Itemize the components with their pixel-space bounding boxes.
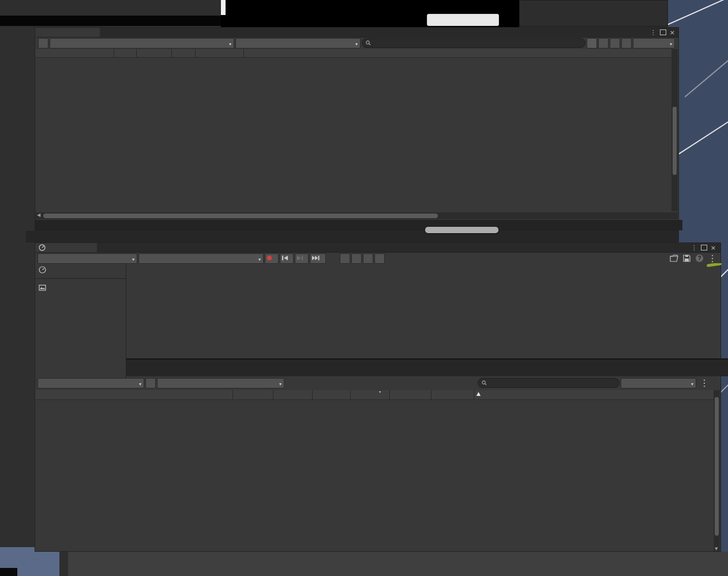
sort-desc-icon: ▾ [379, 390, 381, 394]
window-close-icon[interactable]: × [711, 244, 716, 252]
audio-profiler-panel [519, 0, 668, 27]
bottom-gap [59, 552, 68, 576]
profiler-tabstrip: ⋮ × [35, 243, 721, 253]
tab-android-logcat[interactable] [35, 28, 100, 37]
reconnect-button[interactable] [598, 38, 609, 48]
record-button[interactable] [265, 253, 279, 264]
logcat-tabstrip: ⋮ × [35, 28, 678, 38]
scroll-left-icon[interactable]: ◀ [37, 212, 40, 218]
window-close-icon[interactable]: × [670, 29, 675, 36]
help-icon[interactable]: ? [696, 255, 703, 262]
skip-back-icon [282, 256, 288, 260]
profiler-module-panel [35, 263, 126, 388]
scene-wire-line [721, 380, 728, 393]
logcat-hscrollbar[interactable]: ◀ [35, 212, 678, 219]
logcat-status-bar [35, 220, 682, 230]
logcat-vscroll-thumb[interactable] [673, 107, 677, 175]
android-logcat-window: ⋮ × ▾ ▾ ▾ [35, 27, 679, 231]
skip-forward-icon [297, 256, 303, 260]
profiler-window: ⋮ × ▾ ▾ [35, 242, 721, 552]
rendering-mini-chart[interactable] [126, 358, 728, 376]
window-maximize-icon[interactable] [701, 245, 707, 250]
skip-last-icon [312, 256, 320, 260]
logcat-vscrollbar[interactable] [671, 49, 678, 211]
prev-frame-button[interactable] [280, 253, 294, 264]
window-gap [26, 231, 679, 242]
save-profile-icon[interactable] [683, 255, 691, 262]
scene-view-top-right [668, 0, 728, 27]
window-menu-icon[interactable]: ⋮ [691, 244, 697, 252]
thread-dropdown[interactable]: ▾ [157, 378, 284, 388]
scene-wire-line [668, 0, 728, 26]
hierarchy-table-header[interactable]: ▾ ▲ [35, 390, 715, 400]
window-maximize-icon[interactable] [660, 29, 666, 35]
scene-view-left-strip [0, 27, 35, 552]
obscured-scrollbar-fragment[interactable] [425, 227, 498, 233]
details-dropdown[interactable]: ▾ [621, 378, 696, 388]
hierarchy-search-input[interactable] [478, 378, 620, 388]
hierarchy-rows [35, 399, 715, 551]
record-icon [267, 255, 272, 261]
hierarchy-vscrollbar[interactable]: ▼ [714, 390, 720, 551]
clear-on-play-button[interactable] [351, 253, 362, 264]
cpu-usage-chart[interactable] [126, 263, 728, 357]
regex-button[interactable] [587, 38, 597, 48]
game-view-black-bar [0, 16, 221, 26]
profiler-clear-button[interactable] [340, 253, 350, 264]
logcat-search-input[interactable] [362, 38, 586, 48]
game-view-white-sliver [221, 0, 226, 15]
window-menu-icon[interactable]: ⋮ [650, 29, 656, 36]
inspector-bottom-panel [68, 552, 728, 576]
tools-dropdown[interactable]: ▾ [633, 38, 675, 48]
tab-profiler[interactable] [35, 243, 97, 252]
rendering-module-header[interactable] [35, 281, 126, 294]
cpu-usage-module-header[interactable] [35, 263, 126, 276]
live-toggle[interactable] [145, 378, 156, 388]
logcat-hscroll-thumb[interactable] [43, 214, 438, 218]
profiler-gauge-icon [39, 244, 46, 251]
call-stacks-button[interactable] [374, 253, 385, 264]
last-frame-button[interactable] [310, 253, 326, 264]
hierarchy-kebab-icon[interactable]: ⋮ [700, 377, 709, 388]
cpu-usage-icon [39, 266, 46, 274]
profiler-target-dropdown[interactable]: ▾ [138, 253, 264, 264]
clear-button[interactable] [621, 38, 632, 48]
scene-bottom-left-black [0, 568, 17, 576]
unity-editor-root: ⋮ × ▾ ▾ ▾ [0, 0, 728, 576]
rendering-module-icon [39, 284, 46, 291]
profiler-modules-dropdown[interactable]: ▾ [37, 253, 137, 264]
scene-view-right-strip [679, 27, 728, 242]
logcat-table-header[interactable] [35, 49, 671, 58]
next-frame-button[interactable] [295, 253, 309, 264]
game-ui-button[interactable] [427, 14, 499, 26]
load-profile-icon[interactable] [670, 255, 678, 262]
auto-run-button[interactable] [38, 38, 48, 48]
hierarchy-mode-dropdown[interactable]: ▾ [37, 378, 144, 388]
deep-profile-button[interactable] [363, 253, 373, 264]
obscured-label-fragment [0, 188, 20, 196]
hierarchy-toolbar: ▾ ▾ ▾ ⋮ [37, 378, 709, 388]
hierarchy-vscroll-thumb[interactable] [715, 397, 719, 536]
device-dropdown[interactable]: ▾ [50, 38, 234, 48]
disconnect-button[interactable] [610, 38, 620, 48]
scene-wire-line [679, 113, 728, 158]
search-icon [366, 40, 371, 46]
package-dropdown[interactable]: ▾ [235, 38, 361, 48]
search-icon [482, 380, 487, 386]
scroll-up-icon[interactable]: ▲ [476, 391, 481, 397]
scroll-down-icon[interactable]: ▼ [715, 547, 718, 551]
profiler-kebab-icon[interactable]: ⋮ [708, 253, 717, 264]
logcat-rows [35, 57, 671, 211]
scene-wire-line [685, 52, 728, 97]
